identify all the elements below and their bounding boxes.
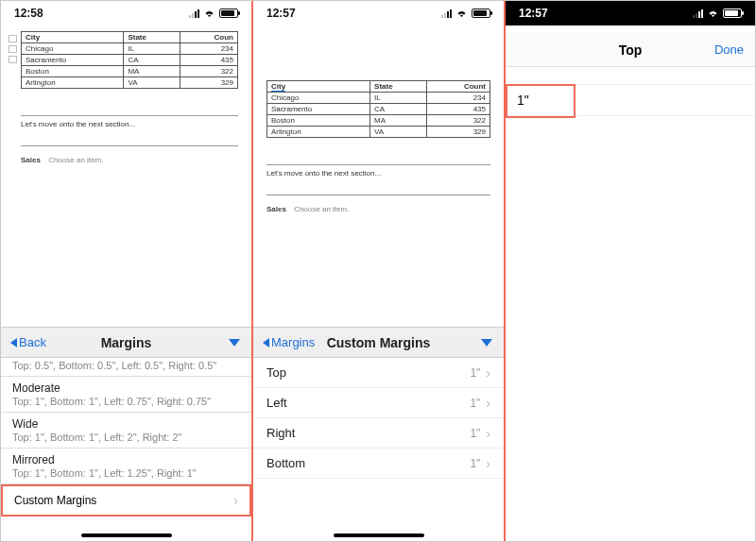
chevron-right-icon: › (486, 396, 490, 411)
signal-icon (441, 8, 452, 18)
battery-icon (219, 8, 238, 18)
chevron-right-icon: › (233, 493, 238, 508)
margin-row-top[interactable]: Top 1"› (253, 358, 504, 388)
page-title: Top (619, 42, 643, 58)
wifi-icon (203, 8, 215, 18)
th-count: Count (426, 81, 490, 93)
margin-preset-moderate[interactable]: Moderate Top: 1", Bottom: 1", Left: 0.75… (1, 377, 251, 413)
margin-row-right[interactable]: Right 1"› (253, 418, 504, 449)
margins-panel-header: Back Margins (1, 327, 251, 358)
th-state: State (124, 32, 180, 43)
custom-margins-button[interactable]: Custom Margins › (1, 484, 251, 517)
th-state: State (370, 81, 427, 93)
status-bar: 12:57 (506, 1, 755, 25)
signal-icon (693, 8, 703, 18)
back-button[interactable]: Margins (263, 335, 315, 349)
status-bar: 12:58 (1, 1, 251, 25)
home-indicator[interactable] (334, 534, 424, 537)
doc-text: Let's move onto the next section... (21, 120, 238, 128)
back-button[interactable]: Back (10, 335, 46, 349)
battery-icon (472, 8, 490, 18)
margin-row-left[interactable]: Left 1"› (253, 388, 504, 418)
custom-margins-header: Margins Custom Margins (253, 327, 504, 358)
highlight-box (506, 84, 576, 118)
th-city: City (267, 81, 370, 93)
sales-field: Sales Choose an item. (266, 205, 490, 213)
margin-row-bottom[interactable]: Bottom 1"› (253, 449, 504, 479)
chevron-left-icon (10, 338, 17, 347)
doc-text: Let's move onto the next section... (266, 169, 490, 178)
chevron-right-icon: › (486, 426, 490, 441)
chevron-right-icon: › (486, 456, 490, 471)
document-preview: City State Coun ChicagoIL234 SacramentoC… (1, 25, 251, 164)
signal-icon (189, 8, 199, 18)
sales-field: Sales Choose an item. (21, 156, 238, 164)
data-table: City State Coun ChicagoIL234 SacramentoC… (21, 31, 238, 89)
margin-preset-mirrored[interactable]: Mirrored Top: 1", Bottom: 1", Left: 1.25… (1, 449, 251, 484)
done-button[interactable]: Done (714, 42, 744, 57)
th-count: Coun (180, 32, 237, 43)
clock: 12:58 (14, 7, 43, 20)
battery-icon (723, 8, 742, 18)
data-table: City State Count ChicagoIL234 Sacramento… (266, 80, 490, 138)
top-margin-nav: Top Done (506, 33, 755, 67)
chevron-left-icon (263, 338, 269, 347)
home-indicator[interactable] (81, 534, 172, 537)
status-bar: 12:57 (253, 1, 504, 25)
dropdown-icon[interactable] (481, 339, 492, 347)
margin-preset-wide[interactable]: Wide Top: 1", Bottom: 1", Left: 2", Righ… (1, 413, 251, 449)
dropdown-icon[interactable] (229, 339, 240, 347)
wifi-icon (455, 8, 468, 18)
chevron-right-icon: › (486, 365, 490, 381)
clock: 12:57 (266, 7, 296, 20)
page-thumbnails (9, 35, 17, 161)
th-city: City (22, 32, 124, 43)
clock: 12:57 (519, 7, 548, 20)
document-preview: City State Count ChicagoIL234 Sacramento… (253, 25, 504, 213)
margin-preset-cut[interactable]: Top: 0.5", Bottom: 0.5", Left: 0.5", Rig… (1, 358, 251, 377)
wifi-icon (707, 8, 719, 18)
